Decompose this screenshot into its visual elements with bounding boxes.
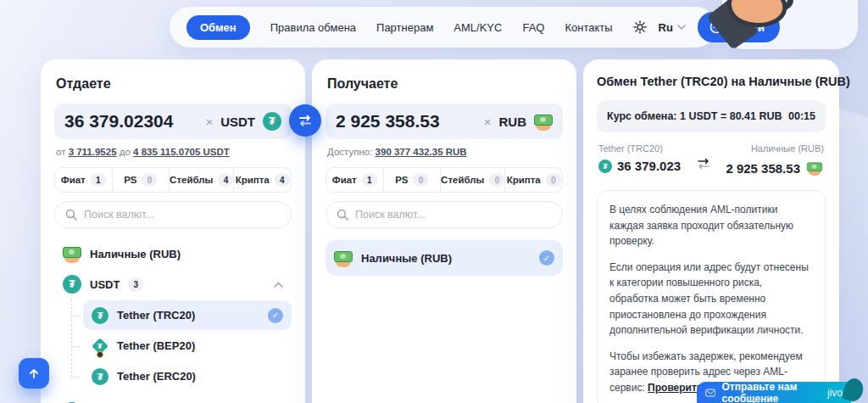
- chevron-down-icon: [677, 25, 686, 30]
- nav-link-contacts[interactable]: Контакты: [565, 21, 612, 34]
- nav-link-aml-kyc[interactable]: AML/KYC: [453, 21, 502, 34]
- give-amount-box: × USDT ₮: [54, 104, 292, 139]
- exchange-rate-box: Курс обмена: 1 USDT = 80.41 RUB 00:15: [597, 100, 826, 132]
- tab-fiat[interactable]: Фиат1: [326, 168, 384, 192]
- list-item-cash-rub-selected[interactable]: Наличные (RUB) ✓: [326, 240, 563, 276]
- aml-notice: В целях соблюдения AML-политики каждая з…: [597, 190, 826, 403]
- login-arrow-icon: [709, 20, 723, 34]
- tab-count-badge: 4: [275, 173, 290, 187]
- usdt-sub-list: ₮ Tether (TRC20) ✓ ₮ Tether (BEP20) ₮ Te…: [71, 300, 292, 391]
- envelope-icon: [705, 387, 715, 399]
- tab-ps[interactable]: PS0: [384, 168, 442, 192]
- give-category-tabs: Фиат1 PS0 Стейблы4 Крипта4: [54, 167, 292, 193]
- tab-count-badge: 1: [91, 173, 106, 187]
- aml-paragraph: Если операция или адрес будут отнесены к…: [609, 260, 813, 339]
- list-item-tether-bep20[interactable]: ₮ Tether (BEP20): [83, 331, 292, 361]
- tether-icon: ₮: [63, 275, 81, 294]
- summary-amounts-row: Tether (TRC20) ₮ 36 379.023 Наличные (RU…: [598, 143, 824, 177]
- tether-icon: ₮: [92, 307, 108, 324]
- get-amount-box: × RUB: [326, 104, 563, 139]
- list-item-tether-trc20[interactable]: ₮ Tether (TRC20) ✓: [83, 300, 292, 330]
- give-panel-title: Отдаете: [56, 76, 290, 92]
- tab-count-badge: 0: [413, 173, 428, 187]
- cash-icon: [63, 244, 81, 263]
- list-item-cash-rub[interactable]: Наличные (RUB): [54, 238, 292, 269]
- give-currency-list: Наличные (RUB) ₮ USDT 3 ₮ Tether (TRC20)…: [54, 238, 292, 403]
- arrow-up-icon: [28, 367, 40, 379]
- rate-timer: 00:15: [788, 110, 815, 122]
- get-category-tabs: Фиат1 PS0 Стейблы0 Крипта0: [326, 167, 563, 193]
- get-clear-icon[interactable]: ×: [484, 115, 492, 128]
- summary-title: Обмен Tether (TRC20) на Наличные (RUB): [597, 75, 826, 88]
- list-item-tether-erc20[interactable]: ₮ Tether (ERC20): [83, 361, 292, 391]
- summary-to-name: Наличные (RUB): [751, 143, 824, 154]
- give-currency-code: USDT: [220, 115, 255, 129]
- tab-stables[interactable]: Стейблы4: [170, 168, 234, 192]
- tab-stables[interactable]: Стейблы0: [441, 168, 505, 192]
- limit-to-link[interactable]: 4 835 115.0705 USDT: [133, 147, 230, 157]
- nav-link-rules[interactable]: Правила обмена: [270, 21, 356, 34]
- get-panel-title: Получаете: [327, 76, 561, 92]
- cash-icon: [807, 160, 822, 176]
- group-count-badge: 3: [128, 277, 143, 291]
- list-group-usdt[interactable]: ₮ USDT 3: [54, 269, 292, 299]
- tab-crypto[interactable]: Крипта0: [505, 168, 562, 192]
- tether-bep20-icon: ₮: [92, 338, 108, 355]
- selected-check-icon: ✓: [539, 250, 554, 266]
- summary-to: Наличные (RUB) 2 925 358.53: [726, 143, 824, 177]
- limit-from-label: от: [56, 147, 65, 157]
- tether-icon: ₮: [598, 160, 612, 173]
- cash-icon: [534, 112, 553, 131]
- give-search-input[interactable]: [84, 209, 281, 221]
- limit-to-label: до: [120, 147, 131, 157]
- tab-fiat[interactable]: Фиат1: [55, 168, 113, 192]
- get-panel: Получаете × RUB Доступно: 390 377 432.35…: [312, 59, 576, 403]
- chat-brand-label: jivo: [827, 387, 843, 399]
- summary-from-name: Tether (TRC20): [598, 143, 681, 154]
- tab-crypto[interactable]: Крипта4: [234, 168, 291, 192]
- chevron-up-icon: [274, 282, 283, 288]
- give-clear-icon[interactable]: ×: [205, 115, 213, 128]
- cash-icon: [334, 249, 353, 267]
- search-icon: [65, 209, 77, 221]
- available-link[interactable]: 390 377 432.35 RUB: [376, 147, 467, 157]
- tether-icon: ₮: [92, 368, 108, 385]
- available-label: Доступно:: [327, 147, 372, 157]
- get-search-input[interactable]: [355, 209, 552, 221]
- chat-widget[interactable]: Отправьте нам сообщение jivo: [697, 382, 851, 403]
- limit-from-link[interactable]: 3 711.9525: [69, 147, 117, 157]
- tether-icon: ₮: [263, 112, 281, 131]
- swap-directions-button[interactable]: [289, 104, 321, 137]
- give-limits: от 3 711.9525 до 4 835 115.0705 USDT: [56, 147, 290, 157]
- theme-toggle-sun-icon[interactable]: [633, 20, 647, 34]
- swap-arrows-icon: [696, 157, 711, 177]
- give-amount-input[interactable]: [64, 111, 198, 132]
- login-button[interactable]: Войти: [698, 12, 780, 42]
- chat-message-label: Отправьте нам сообщение: [721, 381, 821, 403]
- give-panel: Отдаете × USDT ₮ от 3 711.9525 до 4 835 …: [41, 59, 305, 403]
- login-label: Войти: [730, 21, 765, 34]
- scroll-to-top-button[interactable]: [19, 358, 49, 389]
- get-currency-code: RUB: [499, 115, 527, 129]
- search-icon: [337, 209, 348, 221]
- nav-tab-exchange[interactable]: Обмен: [186, 15, 250, 40]
- tab-count-badge: 1: [362, 173, 377, 187]
- tab-ps[interactable]: PS0: [113, 168, 170, 192]
- tab-count-badge: 0: [142, 173, 157, 187]
- tab-count-badge: 0: [546, 173, 561, 187]
- exchange-summary-panel: Обмен Tether (TRC20) на Наличные (RUB) К…: [583, 59, 839, 403]
- list-item-usdc-erc20[interactable]: $ USD Coin (ERC20): [54, 396, 292, 403]
- rate-label: Курс обмена: 1 USDT = 80.41 RUB: [607, 110, 782, 122]
- language-label: Ru: [659, 21, 673, 34]
- give-currency-search: [54, 201, 292, 228]
- get-amount-input[interactable]: [336, 111, 476, 132]
- selected-check-icon: ✓: [268, 308, 283, 323]
- aml-paragraph: В целях соблюдения AML-политики каждая з…: [609, 202, 813, 249]
- summary-from: Tether (TRC20) ₮ 36 379.023: [598, 143, 681, 177]
- nav-link-partners[interactable]: Партнерам: [376, 21, 433, 34]
- language-selector[interactable]: Ru: [659, 21, 686, 34]
- nav-right-cluster: Ru Войти: [633, 12, 781, 42]
- get-currency-search: [326, 201, 563, 228]
- tab-count-badge: 4: [218, 173, 233, 187]
- nav-link-faq[interactable]: FAQ: [522, 21, 544, 34]
